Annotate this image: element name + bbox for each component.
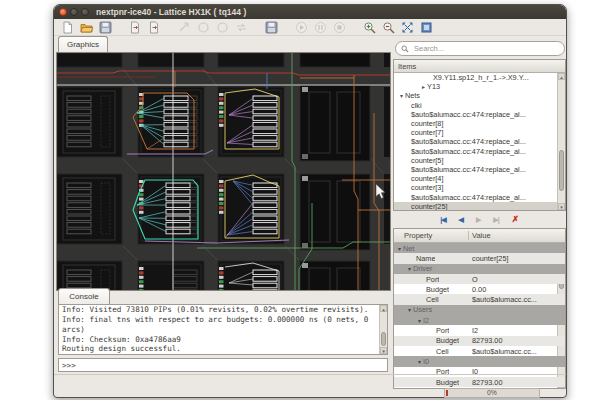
doc-arrow-icon xyxy=(148,21,161,34)
property-value[interactable]: O xyxy=(472,275,556,284)
property-table[interactable]: ▲ ▼ ▾NetNamecounter[25]▾DriverPortOBudge… xyxy=(394,243,565,388)
collapse-icon[interactable]: ▾ xyxy=(398,245,401,252)
tree-item[interactable]: counter[4] xyxy=(394,174,565,183)
property-row[interactable]: PortO xyxy=(394,274,565,284)
gray-arrow-icon xyxy=(178,21,191,34)
property-value[interactable]: $auto$alumacc.cc... xyxy=(472,295,556,304)
property-name: Cell xyxy=(394,295,439,304)
net-navigation: |◀◀▶▶|✗ xyxy=(393,212,566,227)
tree-item[interactable]: $auto$alumacc.cc:474:replace_al... xyxy=(394,137,565,146)
scroll-down-icon[interactable]: ▼ xyxy=(380,347,387,354)
new-button[interactable] xyxy=(61,21,74,34)
property-row[interactable]: ▾Net xyxy=(394,243,565,253)
tree-item[interactable]: $auto$alumacc.cc:474:replace_al... xyxy=(394,110,565,119)
property-row[interactable]: Budget82793.00 xyxy=(394,336,565,346)
zoom-selected-button[interactable] xyxy=(420,21,433,34)
property-group-label: Users xyxy=(413,305,432,314)
property-value[interactable]: 82793.00 xyxy=(472,336,556,345)
fpga-canvas[interactable] xyxy=(56,52,391,291)
zoom-in-button[interactable] xyxy=(363,21,376,34)
collapse-icon[interactable]: ▾ xyxy=(408,306,411,313)
tree-item-label: Nets xyxy=(405,91,420,100)
property-row[interactable]: Namecounter[25] xyxy=(394,253,565,263)
search-input[interactable] xyxy=(412,43,559,54)
tree-item[interactable]: $auto$alumacc.cc:474:replace_al... xyxy=(394,192,565,201)
tree-item[interactable]: $auto$alumacc.cc:474:replace_al... xyxy=(394,147,565,156)
first-button[interactable]: |◀ xyxy=(440,216,445,223)
expand-icon[interactable]: ▸ xyxy=(422,83,425,90)
tree-item[interactable]: counter[3] xyxy=(394,183,565,192)
fpga-floorplan[interactable] xyxy=(57,53,390,290)
tool-4-button xyxy=(235,21,248,34)
items-tree[interactable]: ▲ ▼ X9.Y11.sp12_h_r_1.->.X9.Y...▸Y13▾Net… xyxy=(394,73,565,210)
tree-item-label: $auto$alumacc.cc:474:replace_al... xyxy=(411,110,526,119)
open-button[interactable] xyxy=(80,21,93,34)
tree-item-label: counter[4] xyxy=(411,174,443,183)
pause-circle-icon xyxy=(314,21,327,34)
export-2-button[interactable] xyxy=(148,21,161,34)
property-value[interactable]: 0.00 xyxy=(472,285,556,294)
console-prompt-input[interactable]: >>> xyxy=(58,358,388,372)
tree-item[interactable]: ▾Nets xyxy=(394,91,565,100)
tree-item[interactable]: clki xyxy=(394,101,565,110)
property-row[interactable]: Cell$auto$alumacc.cc... xyxy=(394,346,565,356)
zoom-out-button[interactable] xyxy=(382,21,395,34)
window-title: nextpnr-ice40 - Lattice HX1K ( tq144 ) xyxy=(96,7,246,17)
toolbar-separator xyxy=(352,27,357,28)
property-value[interactable]: $auto$alumacc.cc... xyxy=(472,347,556,356)
property-value[interactable]: counter[25] xyxy=(472,254,556,263)
tree-item[interactable]: counter[7] xyxy=(394,128,565,137)
play-circle-icon xyxy=(295,21,308,34)
tree-item[interactable]: X9.Y11.sp12_h_r_1.->.X9.Y... xyxy=(394,73,565,82)
items-scrollbar[interactable]: ▲ ▼ xyxy=(557,73,565,210)
collapse-icon[interactable]: ▾ xyxy=(418,317,421,324)
property-row[interactable]: ▾I0 xyxy=(394,356,565,366)
toolbar xyxy=(54,19,566,36)
tree-item[interactable]: $auto$alumacc.cc:474:replace_al... xyxy=(394,165,565,174)
save-run-button[interactable] xyxy=(265,21,278,34)
tree-item[interactable]: counter[5] xyxy=(394,156,565,165)
property-row[interactable]: Cell$auto$alumacc.cc... xyxy=(394,294,565,304)
tree-item-label: counter[5] xyxy=(411,156,443,165)
toolbar-separator xyxy=(254,27,259,28)
property-value[interactable]: I2 xyxy=(472,326,556,335)
property-row[interactable]: PortI2 xyxy=(394,325,565,335)
property-group-label: Net xyxy=(403,244,414,253)
tree-item-label: counter[7] xyxy=(411,128,443,137)
progress-fill xyxy=(446,390,448,396)
console-log[interactable]: ▲ ▼ Info: Visited 73810 PIPs (0.01% revi… xyxy=(58,304,388,355)
close-button[interactable] xyxy=(59,8,67,16)
search-box[interactable] xyxy=(395,41,565,56)
tree-item[interactable]: counter[8] xyxy=(394,119,565,128)
export-1-button[interactable] xyxy=(129,21,142,34)
property-column-header: Property xyxy=(394,231,472,240)
tree-item[interactable]: ▸Y13 xyxy=(394,82,565,91)
scroll-up-icon[interactable]: ▲ xyxy=(558,73,565,80)
zoom-fit-button[interactable] xyxy=(401,21,414,34)
console-scrollbar[interactable]: ▲ ▼ xyxy=(379,305,387,354)
clear-button[interactable]: ✗ xyxy=(512,215,519,224)
titlebar[interactable]: nextpnr-ice40 - Lattice HX1K ( tq144 ) xyxy=(54,5,566,19)
property-row[interactable]: ▾Users xyxy=(394,305,565,315)
tab-graphics[interactable]: Graphics xyxy=(58,36,108,52)
property-row[interactable]: ▾Driver xyxy=(394,264,565,274)
items-scrollbar-thumb[interactable] xyxy=(559,150,564,191)
property-row[interactable]: ▾I2 xyxy=(394,315,565,325)
scroll-down-icon[interactable]: ▼ xyxy=(558,203,565,210)
property-row[interactable]: Budget0.00 xyxy=(394,284,565,294)
prev-button[interactable]: ◀ xyxy=(459,216,463,223)
save-button[interactable] xyxy=(99,21,112,34)
minimize-button[interactable] xyxy=(70,8,78,16)
console-scrollbar-thumb[interactable] xyxy=(381,332,386,346)
tab-console[interactable]: Console xyxy=(58,288,110,304)
tree-item[interactable]: counter[25] xyxy=(394,202,565,210)
items-panel: Items ▲ ▼ X9.Y11.sp12_h_r_1.->.X9.Y...▸Y… xyxy=(393,59,566,211)
scroll-up-icon[interactable]: ▲ xyxy=(380,305,387,312)
collapse-icon[interactable]: ▾ xyxy=(400,92,403,99)
collapse-icon[interactable]: ▾ xyxy=(418,358,421,365)
column-divider[interactable] xyxy=(468,231,469,240)
items-panel-header: Items xyxy=(394,60,565,73)
collapse-icon[interactable]: ▾ xyxy=(408,265,411,272)
maximize-button[interactable] xyxy=(81,8,89,16)
zoom-selected-icon xyxy=(420,21,433,34)
